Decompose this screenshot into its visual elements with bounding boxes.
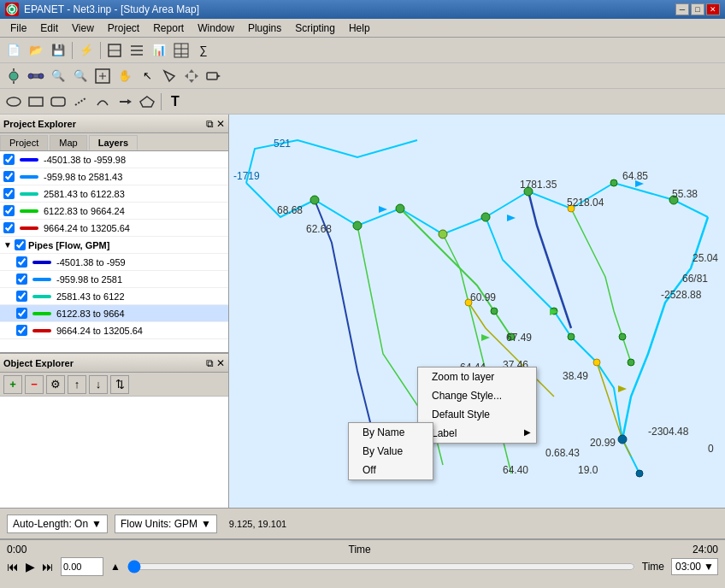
svg-text:19.0: 19.0 [578, 464, 598, 476]
menu-project[interactable]: Project [101, 21, 146, 36]
new-button[interactable]: 📄 [3, 40, 24, 61]
layer-sub-item[interactable]: 2581.43 to 6122 [0, 288, 228, 305]
ctx-by-value[interactable]: By Value [349, 442, 433, 461]
ctx-default-style[interactable]: Default Style [418, 405, 536, 424]
layer-item[interactable]: -4501.38 to -959.98 [0, 151, 228, 168]
tb-btn-6[interactable] [127, 40, 147, 61]
flow-units-dropdown[interactable]: Flow Units: GPM ▼ [115, 514, 217, 533]
ellipse-button[interactable] [3, 91, 24, 112]
time-value-dropdown[interactable]: 03:00 ▼ [671, 558, 718, 575]
line-segment-button[interactable] [70, 91, 91, 112]
rounded-rect-button[interactable] [48, 91, 68, 112]
layer-checkbox[interactable] [3, 154, 15, 165]
zoom-in-button[interactable]: 🔍 [48, 66, 68, 86]
tab-map[interactable]: Map [50, 135, 86, 150]
minimize-button[interactable]: ─ [675, 3, 689, 15]
tag-button[interactable] [203, 66, 224, 86]
time-up-icon[interactable]: ▲ [110, 561, 121, 573]
layer-item[interactable]: -959.98 to 2581.43 [0, 168, 228, 185]
project-explorer-header: Project Explorer ⧉ ✕ [0, 115, 228, 133]
menu-view[interactable]: View [65, 21, 101, 36]
obj-sort-button[interactable]: ⇅ [110, 375, 129, 394]
obj-remove-button[interactable]: − [25, 375, 44, 394]
tab-layers[interactable]: Layers [89, 135, 138, 150]
layer-item[interactable]: 9664.24 to 13205.64 [0, 220, 228, 237]
skip-back-button[interactable]: ⏮ [7, 560, 19, 573]
run-button[interactable]: ⚡ [76, 40, 97, 61]
obj-up-button[interactable]: ↑ [68, 375, 86, 394]
menu-report[interactable]: Report [146, 21, 191, 36]
add-pipe-button[interactable] [26, 66, 46, 86]
move-button[interactable] [181, 66, 202, 86]
rect-button[interactable] [26, 91, 46, 112]
close-panel-icon[interactable]: ✕ [216, 118, 225, 130]
svg-point-37 [481, 213, 490, 221]
text-button[interactable]: T [165, 91, 186, 112]
layer-item[interactable]: 6122.83 to 9664.24 [0, 203, 228, 220]
ctx-by-name[interactable]: By Name [349, 423, 433, 442]
svg-text:20.99: 20.99 [590, 437, 616, 449]
time-display-input[interactable] [61, 557, 103, 576]
select-button[interactable]: ↖ [137, 66, 157, 86]
arrow-button[interactable] [115, 91, 135, 112]
open-button[interactable]: 📂 [26, 40, 46, 61]
menu-edit[interactable]: Edit [33, 21, 65, 36]
layer-checkbox[interactable] [3, 222, 15, 233]
obj-down-button[interactable]: ↓ [89, 375, 108, 394]
float-icon[interactable]: ⧉ [206, 118, 214, 130]
time-slider[interactable] [127, 560, 635, 573]
menu-plugins[interactable]: Plugins [241, 21, 288, 36]
table-button[interactable] [171, 40, 192, 61]
layer-sub-item[interactable]: 9664.24 to 13205.64 [0, 322, 228, 339]
sub-layer-checkbox[interactable] [16, 291, 27, 302]
polygon-button[interactable] [137, 91, 157, 112]
float-obj-icon[interactable]: ⧉ [206, 357, 214, 369]
layer-group-pipes[interactable]: ▼ Pipes [Flow, GPM] [0, 237, 228, 254]
layer-sub-item[interactable]: 6122.83 to 9664 [0, 305, 228, 322]
pan-button[interactable]: ✋ [115, 66, 135, 86]
maximize-button[interactable]: □ [691, 3, 704, 15]
time-label-row: 0:00 Time 24:00 [7, 542, 718, 557]
layer-checkbox[interactable] [3, 171, 15, 182]
ctx-change-style[interactable]: Change Style... [418, 386, 536, 405]
menu-scripting[interactable]: Scripting [288, 21, 342, 36]
time-title: 0:00 [7, 544, 27, 556]
layer-checkbox[interactable] [3, 205, 15, 216]
auto-length-dropdown[interactable]: Auto-Length: On ▼ [7, 514, 108, 533]
obj-settings-button[interactable]: ⚙ [46, 375, 65, 394]
ctx-label[interactable]: Label [418, 424, 536, 443]
close-obj-icon[interactable]: ✕ [216, 357, 225, 369]
zoom-extent-button[interactable] [92, 66, 113, 86]
zoom-out-button[interactable]: 🔍 [70, 66, 91, 86]
sum-button[interactable]: ∑ [193, 40, 214, 61]
sub-layer-checkbox[interactable] [16, 256, 27, 268]
map-area[interactable]: 1781.35 5218.04 64.85 55.38 60.99 67.49 … [229, 115, 725, 508]
sub-layer-checkbox[interactable] [16, 273, 27, 285]
curve-button[interactable] [92, 91, 113, 112]
menu-help[interactable]: Help [342, 21, 377, 36]
select-region-button[interactable] [159, 66, 180, 86]
ctx-off[interactable]: Off [349, 461, 433, 479]
layer-checkbox[interactable] [3, 188, 15, 199]
ctx-zoom-to-layer[interactable]: Zoom to layer [418, 368, 536, 386]
auto-length-arrow: ▼ [91, 518, 102, 530]
collapse-icon[interactable]: ▼ [3, 240, 12, 250]
layer-sub-item[interactable]: -4501.38 to -959 [0, 254, 228, 271]
layer-item[interactable]: 2581.43 to 6122.83 [0, 185, 228, 203]
chart-button[interactable]: 📊 [149, 40, 169, 61]
add-node-button[interactable] [3, 66, 24, 86]
close-button[interactable]: ✕ [706, 3, 720, 15]
skip-forward-button[interactable]: ⏭ [42, 560, 54, 573]
save-button[interactable]: 💾 [48, 40, 68, 61]
svg-text:67.49: 67.49 [506, 332, 532, 344]
menu-file[interactable]: File [3, 21, 33, 36]
menu-window[interactable]: Window [191, 21, 241, 36]
layer-group-checkbox[interactable] [15, 239, 26, 250]
sub-layer-checkbox[interactable] [16, 308, 27, 319]
play-button[interactable]: ▶ [26, 560, 35, 573]
obj-add-button[interactable]: + [3, 375, 22, 394]
tb-btn-5[interactable] [104, 40, 125, 61]
tab-project[interactable]: Project [0, 135, 48, 150]
layer-sub-item[interactable]: -959.98 to 2581 [0, 271, 228, 288]
sub-layer-checkbox[interactable] [16, 325, 27, 336]
